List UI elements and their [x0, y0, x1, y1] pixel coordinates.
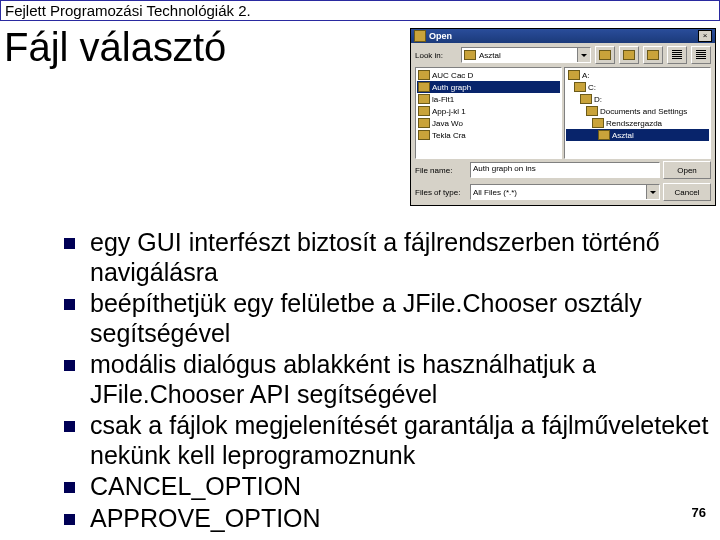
item-label: C:	[588, 83, 596, 92]
close-icon[interactable]: ×	[698, 30, 712, 42]
item-label: Auth graph	[432, 83, 471, 92]
folder-icon	[580, 94, 592, 104]
list-item: modális dialógus ablakként is használhat…	[60, 350, 710, 409]
folder-icon	[418, 94, 430, 104]
folder-icon	[598, 130, 610, 140]
details-view-button[interactable]	[691, 46, 711, 64]
item-label: App-j-kl 1	[432, 107, 466, 116]
folder-icon	[574, 82, 586, 92]
folder-icon	[464, 50, 476, 60]
list-item: beépíthetjük egy felületbe a JFile.Choos…	[60, 289, 710, 348]
folder-icon	[418, 130, 430, 140]
list-item[interactable]: Rendszergazda	[566, 117, 709, 129]
window-icon	[414, 30, 426, 42]
folder-icon	[418, 82, 430, 92]
item-label: D:	[594, 95, 602, 104]
header-bar: Fejlett Programozási Technológiák 2.	[0, 0, 720, 21]
bullet-list: egy GUI interfészt biztosít a fájlrendsz…	[20, 228, 710, 535]
folder-icon	[586, 106, 598, 116]
filetype-value: All Files (*.*)	[473, 188, 517, 197]
chevron-down-icon[interactable]	[577, 48, 590, 62]
item-label: Tekla Cra	[432, 131, 466, 140]
folder-icon	[418, 106, 430, 116]
new-folder-button[interactable]	[643, 46, 663, 64]
item-label: Documents and Settings	[600, 107, 687, 116]
item-label: Rendszergazda	[606, 119, 662, 128]
folder-icon	[418, 118, 430, 128]
list-item: CANCEL_OPTION	[60, 472, 710, 502]
list-item[interactable]: Documents and Settings	[566, 105, 709, 117]
item-label: la-Flt1	[432, 95, 454, 104]
filename-field[interactable]: Auth graph on ins	[470, 162, 660, 178]
item-label: A:	[582, 71, 590, 80]
filetype-combo[interactable]: All Files (*.*)	[470, 184, 660, 200]
list-item[interactable]: C:	[566, 81, 709, 93]
cancel-button[interactable]: Cancel	[663, 183, 711, 201]
dialog-title: Open	[429, 29, 698, 43]
item-label: Java Wo	[432, 119, 463, 128]
list-item[interactable]: D:	[566, 93, 709, 105]
page-number: 76	[692, 505, 706, 520]
list-item: APPROVE_OPTION	[60, 504, 710, 534]
list-item[interactable]: Asztal	[566, 129, 709, 141]
list-item[interactable]: Auth graph	[417, 81, 560, 93]
list-item[interactable]: A:	[566, 69, 709, 81]
open-button[interactable]: Open	[663, 161, 711, 179]
folder-icon	[592, 118, 604, 128]
item-label: AUC Cac D	[432, 71, 473, 80]
list-item: csak a fájlok megjelenítését garantálja …	[60, 411, 710, 470]
up-folder-button[interactable]	[595, 46, 615, 64]
lookin-combo[interactable]: Asztal	[461, 47, 591, 63]
list-view-button[interactable]	[667, 46, 687, 64]
file-list-left[interactable]: AUC Cac DAuth graphla-Flt1App-j-kl 1Java…	[415, 67, 562, 159]
file-dialog: Open × Look in: Asztal AUC Cac DAuth gra…	[410, 28, 716, 206]
list-item[interactable]: Java Wo	[417, 117, 560, 129]
lookin-value: Asztal	[479, 51, 501, 60]
folder-icon	[568, 70, 580, 80]
dialog-titlebar: Open ×	[411, 29, 715, 43]
list-item: egy GUI interfészt biztosít a fájlrendsz…	[60, 228, 710, 287]
lookin-label: Look in:	[415, 51, 457, 60]
home-button[interactable]	[619, 46, 639, 64]
list-item[interactable]: Tekla Cra	[417, 129, 560, 141]
list-item[interactable]: AUC Cac D	[417, 69, 560, 81]
lookin-row: Look in: Asztal	[411, 43, 715, 67]
list-item[interactable]: la-Flt1	[417, 93, 560, 105]
filetype-label: Files of type:	[415, 188, 467, 197]
filename-label: File name:	[415, 166, 467, 175]
folder-icon	[418, 70, 430, 80]
list-item[interactable]: App-j-kl 1	[417, 105, 560, 117]
item-label: Asztal	[612, 131, 634, 140]
folder-tree-right[interactable]: A:C:D:Documents and SettingsRendszergazd…	[564, 67, 711, 159]
chevron-down-icon[interactable]	[646, 185, 659, 199]
